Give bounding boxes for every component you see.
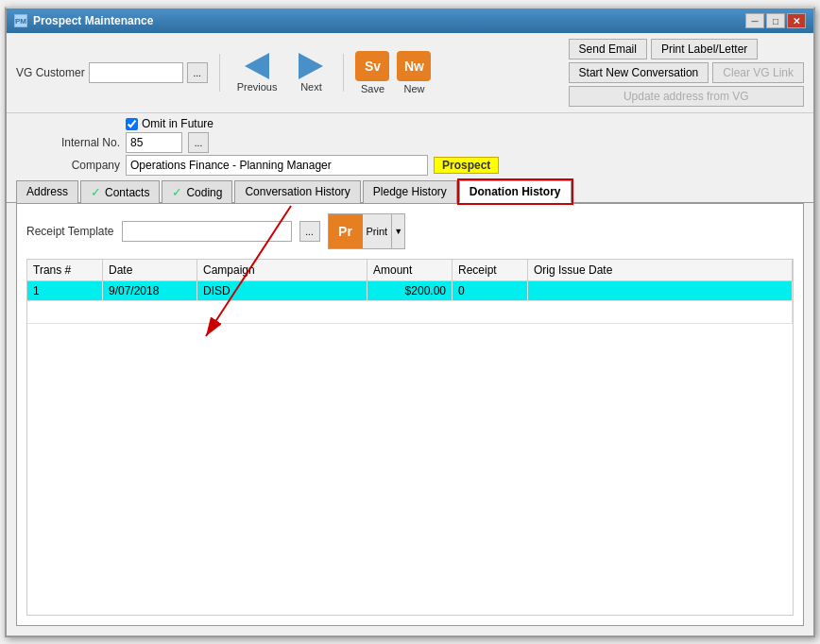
previous-arrow-icon <box>242 53 272 79</box>
print-button[interactable]: Pr Print ▼ <box>328 213 406 249</box>
cell-receipt-1: 0 <box>453 281 528 301</box>
maximize-button[interactable]: □ <box>766 13 785 28</box>
table-scroll-wrapper: 1 9/07/2018 DISD $200.00 0 <box>27 281 793 615</box>
company-row: Company Prospect <box>16 155 804 176</box>
col-trans: Trans # <box>27 260 103 280</box>
save-button[interactable]: Sv Save <box>355 51 389 94</box>
table-row <box>27 460 793 483</box>
print-label: Print <box>363 226 392 237</box>
table-row <box>27 369 793 392</box>
title-bar: PM Prospect Maintenance ─ □ ✕ <box>7 8 813 33</box>
table-row <box>27 347 793 369</box>
tab-pledge-history[interactable]: Pledge History <box>363 180 457 203</box>
next-button[interactable]: Next <box>290 51 332 94</box>
toolbar: VG Customer ... Previous Next Sv Save <box>7 33 813 113</box>
col-orig-issue-date: Orig Issue Date <box>528 260 793 280</box>
company-input[interactable] <box>126 155 428 176</box>
next-arrow-icon <box>296 53 326 79</box>
internal-no-browse[interactable]: ... <box>188 132 209 153</box>
table-row <box>27 415 793 437</box>
new-icon: Nw <box>397 51 431 81</box>
print-dropdown-arrow[interactable]: ▼ <box>391 214 404 248</box>
send-email-button[interactable]: Send Email <box>569 39 647 59</box>
tab-coding[interactable]: ✓ Coding <box>162 180 232 203</box>
tab-contacts[interactable]: ✓ Contacts <box>80 180 160 203</box>
tab-donation-history[interactable]: Donation History <box>459 180 572 203</box>
new-label: New <box>403 83 424 94</box>
vg-customer-field: VG Customer ... <box>16 62 208 83</box>
cell-amount-1: $200.00 <box>367 281 453 301</box>
internal-no-label: Internal No. <box>16 136 120 149</box>
title-bar-left: PM Prospect Maintenance <box>14 14 153 27</box>
prospect-badge: Prospect <box>434 157 499 174</box>
print-label-button[interactable]: Print Label/Letter <box>651 39 758 59</box>
clear-vg-link-button[interactable]: Clear VG Link <box>712 62 804 83</box>
cell-date-1: 9/07/2018 <box>103 281 197 301</box>
print-icon: Pr <box>329 214 363 248</box>
separator-2 <box>343 54 344 92</box>
tab-conversation-history[interactable]: Conversation History <box>234 180 360 203</box>
omit-row: Omit in Future <box>16 117 804 130</box>
col-campaign: Campaign <box>197 260 367 280</box>
table-rows-area[interactable]: 1 9/07/2018 DISD $200.00 0 <box>27 281 793 615</box>
table-row <box>27 437 793 460</box>
table-row <box>27 301 793 324</box>
table-header: Trans # Date Campaign Amount Receipt Ori… <box>27 260 793 281</box>
vg-customer-input[interactable] <box>89 62 183 83</box>
previous-button[interactable]: Previous <box>231 51 283 94</box>
main-window: PM Prospect Maintenance ─ □ ✕ VG Custome… <box>5 7 815 637</box>
company-label: Company <box>16 159 120 172</box>
col-amount: Amount <box>367 260 453 280</box>
coding-check-icon: ✓ <box>172 185 182 199</box>
table-row <box>27 324 793 347</box>
tab-address[interactable]: Address <box>16 180 78 203</box>
new-button[interactable]: Nw New <box>397 51 431 94</box>
window-icon: PM <box>14 14 27 27</box>
internal-no-row: Internal No. ... <box>16 132 804 153</box>
title-buttons: ─ □ ✕ <box>745 13 806 28</box>
receipt-template-browse[interactable]: ... <box>299 221 320 242</box>
minimize-button[interactable]: ─ <box>745 13 764 28</box>
window-title: Prospect Maintenance <box>33 14 153 27</box>
vg-customer-label: VG Customer <box>16 66 85 79</box>
vg-customer-browse[interactable]: ... <box>187 62 208 83</box>
cell-campaign-1: DISD <box>197 281 367 301</box>
receipt-template-label: Receipt Template <box>26 225 114 238</box>
col-receipt: Receipt <box>453 260 528 280</box>
donation-history-content: Receipt Template ... Pr Print ▼ Trans # … <box>16 203 804 626</box>
form-area: Omit in Future Internal No. ... Company … <box>7 113 813 179</box>
donation-table: Trans # Date Campaign Amount Receipt Ori… <box>26 259 794 616</box>
tabs-bar: Address ✓ Contacts ✓ Coding Conversation… <box>7 179 813 203</box>
table-row <box>27 392 793 415</box>
receipt-template-row: Receipt Template ... Pr Print ▼ <box>26 213 794 249</box>
previous-label: Previous <box>237 81 278 93</box>
contacts-check-icon: ✓ <box>91 185 101 199</box>
cell-trans-1: 1 <box>27 281 103 301</box>
table-row[interactable]: 1 9/07/2018 DISD $200.00 0 <box>27 281 793 301</box>
close-button[interactable]: ✕ <box>787 13 806 28</box>
table-row <box>27 483 793 505</box>
cell-orig-issue-date-1 <box>528 281 793 301</box>
col-date: Date <box>103 260 197 280</box>
save-icon: Sv <box>355 51 389 81</box>
omit-in-future-checkbox[interactable] <box>126 118 138 130</box>
omit-in-future-label: Omit in Future <box>126 117 214 130</box>
update-address-button[interactable]: Update address from VG <box>569 86 804 107</box>
separator-1 <box>219 54 220 92</box>
right-action-buttons: Send Email Print Label/Letter Start New … <box>569 39 804 107</box>
receipt-template-input[interactable] <box>122 221 292 242</box>
internal-no-input[interactable] <box>126 132 182 153</box>
next-label: Next <box>300 81 322 93</box>
start-conversation-button[interactable]: Start New Conversation <box>569 62 709 83</box>
table-row <box>27 505 793 528</box>
save-label: Save <box>361 83 384 94</box>
